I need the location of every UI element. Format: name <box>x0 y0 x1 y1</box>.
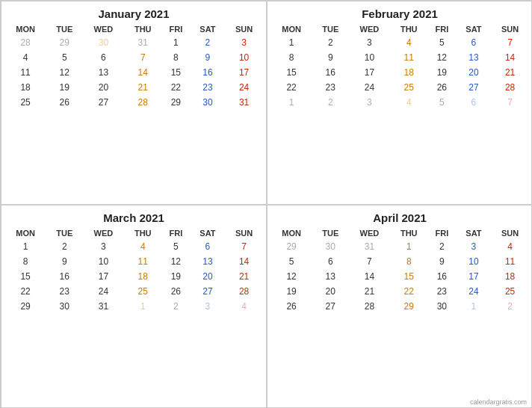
calendar-day: 27 <box>457 80 491 95</box>
calendar-day: 9 <box>312 50 348 65</box>
calendar-day: 7 <box>491 95 529 110</box>
calendar-day: 13 <box>82 65 124 80</box>
calendar-day: 1 <box>457 299 491 314</box>
day-header: SAT <box>457 23 491 35</box>
calendar-day: 27 <box>82 95 124 110</box>
calendar-day: 29 <box>390 299 427 314</box>
calendar-day: 18 <box>4 80 46 95</box>
calendar-day: 19 <box>161 269 191 284</box>
calendar-day: 2 <box>312 35 348 50</box>
calendar-day: 8 <box>270 50 312 65</box>
calendar-day: 29 <box>270 239 312 254</box>
calendar-day: 4 <box>4 50 46 65</box>
calendar-day: 20 <box>312 284 348 299</box>
calendar-day: 30 <box>312 239 348 254</box>
calendar-day: 28 <box>491 80 529 95</box>
calendar-day: 17 <box>225 65 263 80</box>
calendar-day: 2 <box>191 35 225 50</box>
calendar-day: 22 <box>4 284 46 299</box>
calendar-day: 14 <box>491 50 529 65</box>
calendar-day: 2 <box>312 95 348 110</box>
calendar-day: 31 <box>82 299 124 314</box>
calendar-day: 15 <box>161 65 191 80</box>
calendar-day: 22 <box>161 80 191 95</box>
calendar-day: 19 <box>46 80 82 95</box>
calendar-day: 26 <box>161 284 191 299</box>
calendar-day: 30 <box>191 95 225 110</box>
day-header: TUE <box>46 23 82 35</box>
calendar-day: 11 <box>491 254 529 269</box>
calendar-day: 2 <box>427 239 457 254</box>
calendar-day: 8 <box>390 254 427 269</box>
calendar-day: 4 <box>390 35 427 50</box>
calendar-day: 1 <box>270 95 312 110</box>
calendar-day: 14 <box>124 65 161 80</box>
calendar-day: 21 <box>124 80 161 95</box>
calendar-2: March 2021MONTUEWEDTHUFRISATSUN123456789… <box>1 205 267 408</box>
calendar-day: 3 <box>457 239 491 254</box>
day-header: TUE <box>312 23 348 35</box>
calendar-day: 1 <box>390 239 427 254</box>
day-header: SUN <box>491 23 529 35</box>
calendar-day: 28 <box>225 284 263 299</box>
calendar-1: February 2021MONTUEWEDTHUFRISATSUN123456… <box>267 1 532 205</box>
calendar-day: 14 <box>225 254 263 269</box>
calendar-day: 25 <box>4 95 46 110</box>
calendar-day: 23 <box>312 80 348 95</box>
day-header: TUE <box>46 227 82 239</box>
calendar-day: 28 <box>4 35 46 50</box>
day-header: WED <box>82 227 124 239</box>
calendar-day: 13 <box>457 50 491 65</box>
calendar-day: 2 <box>491 299 529 314</box>
calendar-day: 6 <box>82 50 124 65</box>
day-header: FRI <box>161 23 191 35</box>
calendar-day: 17 <box>82 269 124 284</box>
calendar-day: 26 <box>270 299 312 314</box>
calendar-day: 20 <box>191 269 225 284</box>
calendar-day: 14 <box>348 269 390 284</box>
calendar-day: 16 <box>427 269 457 284</box>
calendar-title: February 2021 <box>270 7 529 20</box>
day-header: MON <box>270 227 312 239</box>
calendar-day: 6 <box>457 35 491 50</box>
day-header: SUN <box>225 23 263 35</box>
calendar-day: 8 <box>4 254 46 269</box>
calendar-day: 1 <box>124 299 161 314</box>
calendar-day: 5 <box>427 95 457 110</box>
day-header: FRI <box>161 227 191 239</box>
calendar-day: 12 <box>46 65 82 80</box>
day-header: SUN <box>491 227 529 239</box>
calendar-day: 29 <box>161 95 191 110</box>
day-header: MON <box>270 23 312 35</box>
calendars-grid: January 2021MONTUEWEDTHUFRISATSUN2829303… <box>1 1 532 408</box>
calendar-day: 19 <box>270 284 312 299</box>
calendar-title: January 2021 <box>4 7 263 20</box>
day-header: MON <box>4 227 46 239</box>
day-header: FRI <box>427 227 457 239</box>
calendar-day: 11 <box>4 65 46 80</box>
calendar-day: 30 <box>427 299 457 314</box>
calendar-day: 22 <box>270 80 312 95</box>
calendar-day: 24 <box>457 284 491 299</box>
calendar-day: 31 <box>124 35 161 50</box>
calendar-day: 11 <box>124 254 161 269</box>
calendar-day: 29 <box>4 299 46 314</box>
calendar-day: 12 <box>427 50 457 65</box>
calendar-day: 3 <box>225 35 263 50</box>
calendar-day: 31 <box>348 239 390 254</box>
calendar-day: 6 <box>191 239 225 254</box>
calendar-day: 1 <box>161 35 191 50</box>
calendar-day: 21 <box>491 65 529 80</box>
calendar-day: 3 <box>348 95 390 110</box>
day-header: MON <box>4 23 46 35</box>
day-header: SUN <box>225 227 263 239</box>
watermark: calendargratis.com <box>470 398 527 406</box>
calendar-day: 3 <box>348 35 390 50</box>
calendar-day: 22 <box>390 284 427 299</box>
calendar-day: 10 <box>457 254 491 269</box>
day-header: TUE <box>312 227 348 239</box>
day-header: WED <box>82 23 124 35</box>
calendar-day: 28 <box>124 95 161 110</box>
day-header: SAT <box>191 23 225 35</box>
calendar-day: 5 <box>46 50 82 65</box>
